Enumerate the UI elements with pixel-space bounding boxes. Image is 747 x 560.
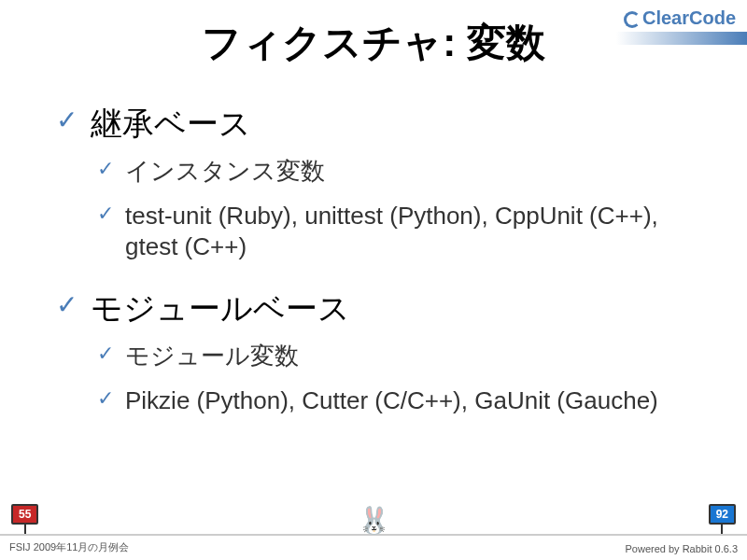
list-item: ✓ test-unit (Ruby), unittest (Python), C… — [97, 201, 691, 264]
check-icon: ✓ — [97, 341, 114, 368]
bullet-label: モジュールベース — [91, 289, 350, 328]
check-icon: ✓ — [97, 201, 114, 228]
check-icon: ✓ — [97, 385, 114, 413]
page-total-flag: 92 — [709, 504, 736, 534]
page-total: 92 — [709, 504, 736, 525]
footer-right: Powered by Rabbit 0.6.3 — [626, 543, 738, 554]
flag-pole — [721, 525, 723, 534]
bullet-label: インスタンス変数 — [125, 156, 325, 188]
list-item: ✓ モジュール変数 — [97, 341, 691, 372]
bullet-label: モジュール変数 — [125, 341, 299, 372]
logo-underline — [616, 32, 747, 45]
flag-pole — [24, 525, 26, 534]
list-item: ✓ Pikzie (Python), Cutter (C/C++), GaUni… — [97, 385, 691, 417]
logo-c-icon — [624, 11, 641, 28]
check-icon: ✓ — [56, 289, 78, 321]
check-icon: ✓ — [97, 156, 114, 183]
logo-text: ClearCode — [642, 7, 736, 28]
list-item: ✓ モジュールベース — [56, 289, 691, 328]
bullet-label: 継承ベース — [91, 105, 251, 143]
list-item: ✓ 継承ベース — [56, 105, 691, 143]
list-item: ✓ インスタンス変数 — [97, 156, 691, 188]
bullet-label: Pikzie (Python), Cutter (C/C++), GaUnit … — [125, 385, 658, 417]
page-current: 55 — [11, 504, 38, 525]
bullet-label: test-unit (Ruby), unittest (Python), Cpp… — [125, 201, 691, 264]
page-current-flag: 55 — [11, 504, 38, 534]
logo: ClearCode — [624, 7, 736, 29]
rabbit-icon: 🐰 — [358, 508, 390, 534]
slide-content: ✓ 継承ベース ✓ インスタンス変数 ✓ test-unit (Ruby), u… — [0, 69, 747, 417]
footer-left: FSIJ 2009年11月の月例会 — [9, 540, 129, 554]
check-icon: ✓ — [56, 105, 78, 136]
